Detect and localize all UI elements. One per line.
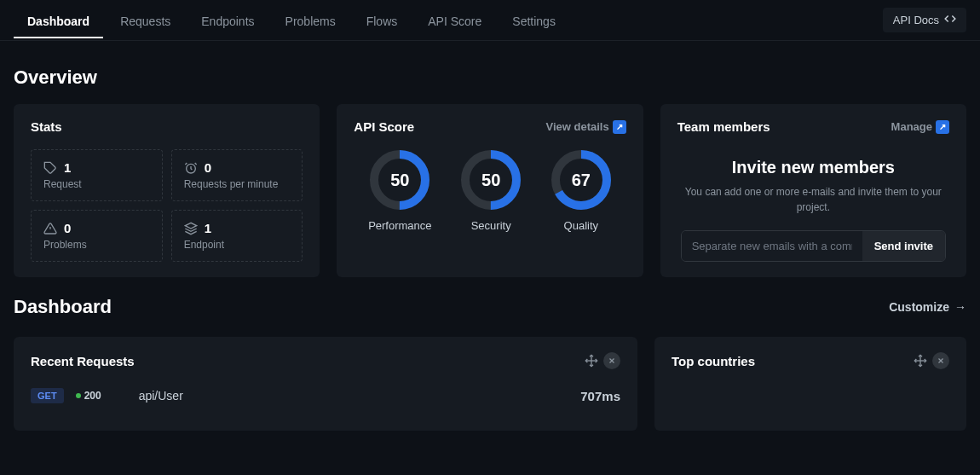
invite-title: Invite new members bbox=[681, 158, 946, 177]
status-dot-icon bbox=[76, 393, 81, 398]
tag-icon bbox=[43, 161, 57, 175]
score-label: Performance bbox=[368, 219, 431, 232]
customize-label: Customize bbox=[889, 300, 949, 314]
overview-title: Overview bbox=[14, 67, 966, 89]
recent-requests-widget: Recent Requests GET 200 api/User 707ms bbox=[14, 337, 637, 431]
stat-problems[interactable]: 0 Problems bbox=[31, 210, 163, 262]
nav-tabs: DashboardRequestsEndpointsProblemsFlowsA… bbox=[14, 3, 569, 38]
stat-value: 1 bbox=[205, 221, 211, 235]
stats-card: Stats 1 Request 0 Requests per minute 0 … bbox=[14, 104, 320, 277]
recent-requests-title: Recent Requests bbox=[31, 354, 135, 368]
score-quality: 67 Quality bbox=[551, 149, 612, 232]
nav-tab-api-score[interactable]: API Score bbox=[414, 3, 495, 38]
view-details-label: View details bbox=[545, 120, 608, 133]
score-value: 50 bbox=[460, 149, 522, 211]
team-card: Team members Manage ↗ Invite new members… bbox=[660, 104, 966, 277]
nav-tab-endpoints[interactable]: Endpoints bbox=[187, 3, 268, 38]
dashboard-title: Dashboard bbox=[14, 296, 112, 318]
close-icon[interactable] bbox=[603, 352, 620, 369]
stat-label: Request bbox=[43, 178, 150, 190]
stat-request[interactable]: 1 Request bbox=[31, 149, 163, 201]
stat-value: 0 bbox=[205, 160, 211, 175]
request-path: api/User bbox=[139, 389, 569, 403]
nav-tab-flows[interactable]: Flows bbox=[353, 3, 412, 38]
stats-title: Stats bbox=[31, 119, 62, 134]
close-icon[interactable] bbox=[932, 352, 949, 369]
score-performance: 50 Performance bbox=[368, 149, 431, 232]
stat-value: 0 bbox=[64, 221, 71, 235]
api-docs-button[interactable]: API Docs bbox=[883, 8, 966, 32]
view-details-link[interactable]: View details ↗ bbox=[545, 120, 625, 134]
external-link-icon: ↗ bbox=[936, 120, 949, 134]
external-link-icon: ↗ bbox=[613, 120, 626, 134]
score-value: 67 bbox=[551, 149, 612, 211]
api-score-title: API Score bbox=[354, 119, 414, 134]
code-icon bbox=[944, 13, 956, 27]
request-time: 707ms bbox=[580, 389, 620, 403]
manage-link[interactable]: Manage ↗ bbox=[891, 120, 949, 134]
stat-endpoint[interactable]: 1 Endpoint bbox=[171, 210, 303, 262]
svg-marker-4 bbox=[185, 223, 196, 229]
arrow-right-icon: → bbox=[954, 300, 966, 314]
move-icon[interactable] bbox=[585, 354, 598, 368]
request-row[interactable]: GET 200 api/User 707ms bbox=[31, 388, 620, 403]
layers-icon bbox=[184, 222, 198, 235]
score-value: 50 bbox=[369, 149, 430, 211]
stat-label: Problems bbox=[43, 239, 150, 251]
score-security: 50 Security bbox=[460, 149, 522, 232]
api-score-card: API Score View details ↗ 50 Performance … bbox=[337, 104, 643, 277]
nav-tab-settings[interactable]: Settings bbox=[499, 3, 569, 38]
invite-subtitle: You can add one or more e-mails and invi… bbox=[681, 184, 946, 215]
send-invite-button[interactable]: Send invite bbox=[862, 231, 945, 261]
timer-icon bbox=[184, 161, 198, 175]
customize-link[interactable]: Customize → bbox=[889, 300, 966, 314]
manage-label: Manage bbox=[891, 120, 932, 133]
score-label: Quality bbox=[564, 219, 598, 232]
warning-icon bbox=[43, 222, 57, 235]
stat-label: Endpoint bbox=[184, 239, 291, 251]
stat-label: Requests per minute bbox=[184, 178, 291, 190]
stat-requests-per-minute[interactable]: 0 Requests per minute bbox=[171, 149, 303, 201]
invite-email-input[interactable] bbox=[682, 231, 862, 261]
stat-value: 1 bbox=[64, 160, 71, 175]
score-label: Security bbox=[471, 219, 511, 232]
team-title: Team members bbox=[677, 119, 770, 134]
move-icon[interactable] bbox=[914, 354, 927, 368]
nav-tab-dashboard[interactable]: Dashboard bbox=[14, 3, 103, 38]
nav-bar: DashboardRequestsEndpointsProblemsFlowsA… bbox=[0, 0, 980, 41]
api-docs-label: API Docs bbox=[893, 14, 939, 26]
status-badge: 200 bbox=[76, 390, 101, 402]
top-countries-widget: Top countries bbox=[654, 337, 966, 431]
nav-tab-problems[interactable]: Problems bbox=[272, 3, 349, 38]
method-badge: GET bbox=[31, 388, 64, 403]
top-countries-title: Top countries bbox=[672, 354, 755, 368]
nav-tab-requests[interactable]: Requests bbox=[107, 3, 184, 38]
